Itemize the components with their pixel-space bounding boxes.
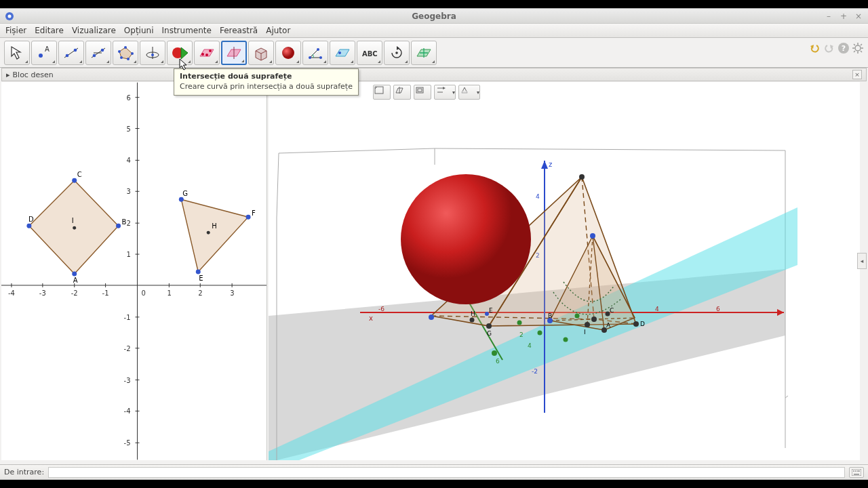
- tool-text[interactable]: ABC: [357, 41, 382, 65]
- svg-point-150: [401, 174, 531, 304]
- menu-view[interactable]: Vizualizare: [72, 26, 116, 35]
- view3d-btn-3[interactable]: [414, 85, 431, 100]
- tool-sphere[interactable]: [275, 41, 301, 65]
- input-bar: De intrare:: [0, 464, 868, 479]
- view3d-btn-1[interactable]: [373, 85, 391, 100]
- svg-point-35: [317, 48, 319, 51]
- side-expand-button[interactable]: ◂: [857, 253, 867, 269]
- view3d-btn-5[interactable]: ▾: [458, 85, 480, 100]
- tool-cube[interactable]: [248, 41, 274, 65]
- svg-text:D: D: [28, 216, 34, 223]
- tool-polygon[interactable]: [113, 41, 138, 65]
- tool-move-view[interactable]: [411, 41, 437, 65]
- graphics-view-3d[interactable]: ▾ ▾ x -6 4 6: [269, 82, 860, 460]
- svg-point-172: [538, 331, 542, 336]
- menu-help[interactable]: Ajutor: [266, 26, 290, 35]
- svg-point-16: [118, 50, 121, 53]
- svg-text:G: G: [487, 330, 492, 337]
- svg-point-141: [492, 350, 497, 356]
- svg-text:x: x: [369, 314, 373, 322]
- panel-title: Bloc desen: [13, 70, 54, 79]
- svg-point-179: [855, 470, 856, 472]
- menu-file[interactable]: Fișier: [5, 26, 26, 35]
- svg-point-33: [309, 56, 311, 59]
- svg-line-49: [854, 44, 855, 45]
- svg-point-95: [116, 224, 121, 228]
- cursor-icon: [179, 58, 189, 73]
- tooltip-body: Creare curvă prin intersecția a două sup…: [180, 82, 353, 91]
- svg-point-99: [26, 224, 31, 228]
- view3d-btn-4[interactable]: ▾: [434, 85, 456, 100]
- svg-text:-4: -4: [124, 407, 131, 415]
- panel-close-button[interactable]: ×: [852, 70, 862, 79]
- svg-point-106: [246, 215, 251, 220]
- menu-window[interactable]: Fereastră: [220, 26, 258, 35]
- svg-text:2: 2: [519, 331, 524, 338]
- svg-point-153: [486, 323, 492, 329]
- undo-button[interactable]: [808, 42, 821, 54]
- svg-marker-21: [181, 47, 188, 59]
- window-title: Geogebra: [0, 12, 868, 21]
- svg-point-24: [209, 49, 212, 52]
- tool-angle[interactable]: [302, 41, 328, 65]
- view3d-btn-2[interactable]: [393, 85, 411, 100]
- tool-plane-points[interactable]: [194, 41, 220, 65]
- keyboard-button[interactable]: [849, 467, 864, 478]
- svg-text:E: E: [489, 307, 493, 314]
- svg-line-175: [785, 394, 791, 398]
- tool-move[interactable]: [4, 41, 30, 65]
- tool-point[interactable]: A: [31, 41, 57, 65]
- svg-point-108: [179, 197, 184, 202]
- graphics-view-2d[interactable]: -4 -3 -2 -1 0 1 2 3 6 5 4 3 2 1 -1 -2 -3…: [1, 82, 267, 460]
- close-button[interactable]: ×: [853, 11, 864, 22]
- panel-header[interactable]: ▸ Bloc desen ×: [1, 68, 867, 81]
- tool-pyramid[interactable]: [221, 41, 247, 65]
- svg-text:-6: -6: [378, 306, 384, 312]
- svg-point-32: [282, 47, 294, 59]
- svg-text:H: H: [471, 310, 475, 317]
- svg-point-97: [72, 271, 77, 276]
- svg-text:3: 3: [127, 188, 131, 195]
- svg-text:-1: -1: [102, 289, 109, 297]
- menu-edit[interactable]: Editare: [35, 26, 64, 35]
- tool-segment[interactable]: [85, 41, 111, 65]
- svg-text:1: 1: [127, 251, 131, 258]
- svg-rect-177: [854, 474, 859, 475]
- svg-point-10: [101, 49, 104, 52]
- svg-point-104: [196, 270, 201, 274]
- svg-text:I: I: [72, 217, 74, 224]
- svg-text:-2: -2: [71, 289, 78, 297]
- svg-text:-2: -2: [124, 345, 131, 352]
- svg-text:H: H: [212, 222, 217, 230]
- svg-point-174: [575, 314, 580, 319]
- svg-point-165: [585, 322, 590, 327]
- help-button[interactable]: ?: [838, 43, 849, 54]
- svg-text:D: D: [640, 321, 645, 327]
- tool-rotate-view[interactable]: [384, 41, 410, 65]
- svg-point-25: [205, 54, 208, 56]
- svg-point-171: [517, 321, 522, 325]
- maximize-button[interactable]: +: [838, 11, 849, 22]
- svg-line-52: [861, 44, 862, 45]
- tool-reflect[interactable]: [330, 41, 355, 65]
- menu-tools[interactable]: Instrumente: [162, 26, 212, 35]
- command-input[interactable]: [48, 467, 845, 478]
- svg-text:C: C: [610, 307, 614, 314]
- svg-point-40: [395, 52, 398, 54]
- svg-point-101: [73, 226, 76, 230]
- tooltip-title: Intersecție două suprafețe: [180, 72, 353, 81]
- settings-button[interactable]: [852, 42, 864, 54]
- titlebar[interactable]: Geogebra – + ×: [0, 9, 868, 24]
- redo-button[interactable]: [823, 42, 835, 54]
- svg-text:A: A: [606, 322, 611, 329]
- menu-options[interactable]: Opțiuni: [124, 26, 154, 35]
- tool-circle-axis[interactable]: [140, 41, 165, 65]
- svg-point-34: [319, 56, 322, 59]
- svg-point-180: [857, 470, 859, 472]
- tool-line[interactable]: [58, 41, 84, 65]
- minimize-button[interactable]: –: [823, 11, 834, 22]
- svg-text:E: E: [199, 274, 203, 282]
- svg-text:B: B: [548, 312, 552, 319]
- svg-point-6: [74, 49, 77, 52]
- svg-point-167: [470, 318, 475, 323]
